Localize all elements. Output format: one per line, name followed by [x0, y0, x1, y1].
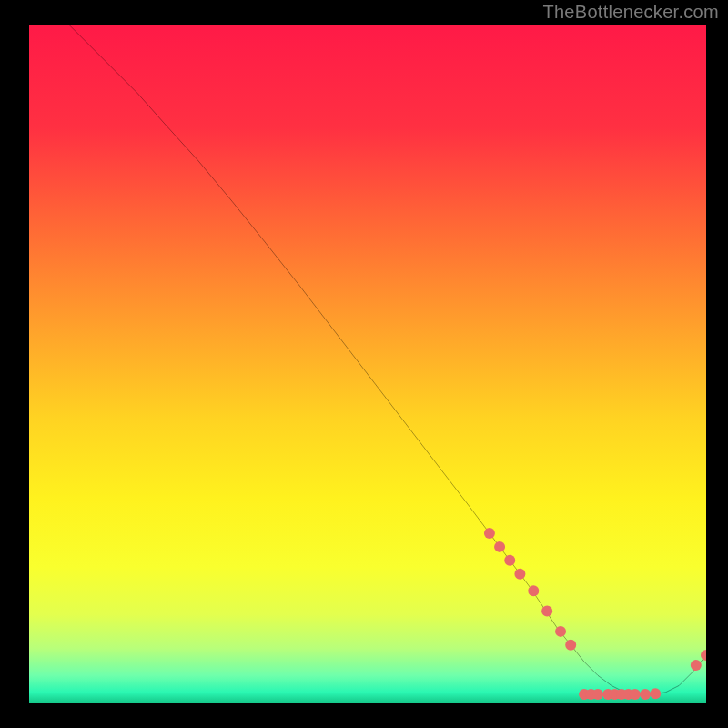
plot-area	[29, 25, 706, 703]
marker-point	[504, 555, 515, 566]
marker-point	[484, 528, 495, 539]
marker-point	[640, 689, 651, 700]
marker-point	[630, 689, 641, 700]
bottleneck-curve	[70, 25, 706, 694]
marker-point	[555, 626, 566, 637]
curve-markers	[484, 528, 706, 700]
marker-point	[565, 640, 576, 651]
marker-point	[691, 660, 702, 671]
marker-point	[494, 541, 505, 552]
marker-point	[650, 688, 661, 699]
watermark-text: TheBottlenecker.com	[542, 2, 719, 23]
marker-point	[528, 585, 539, 596]
chart-frame: TheBottlenecker.com	[0, 0, 728, 728]
marker-point	[592, 689, 603, 700]
marker-point	[701, 650, 706, 661]
curve-layer	[29, 25, 706, 703]
marker-point	[541, 606, 552, 617]
marker-point	[514, 569, 525, 580]
